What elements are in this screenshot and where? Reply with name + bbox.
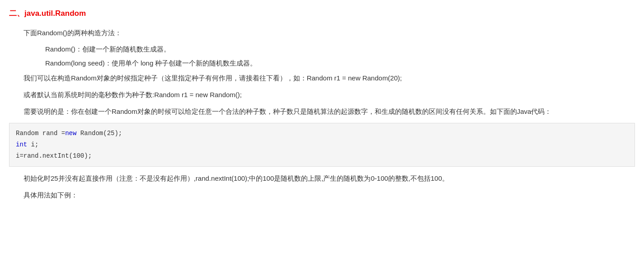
para4: 初始化时25并没有起直接作用（注意：不是没有起作用）,rand.nextInt(… [24, 172, 635, 184]
constructor1: Random()：创建一个新的随机数生成器。 [45, 43, 635, 55]
para1: 我们可以在构造Random对象的时候指定种子（这里指定种子有何作用，请接着往下看… [24, 72, 635, 84]
constructor2-label: Random(long seed)：使用单个 long 种子创建一个新的随机数生… [45, 59, 257, 67]
code-line1: Random rand =new Random(25); [16, 128, 628, 139]
code-line1-keyword: new [65, 130, 76, 137]
constructor1-label: Random()：创建一个新的随机数生成器。 [45, 45, 170, 53]
para2: 或者默认当前系统时间的毫秒数作为种子数:Random r1 = new Rand… [24, 89, 635, 101]
code-line2-rest: i; [27, 141, 38, 148]
constructor2: Random(long seed)：使用单个 long 种子创建一个新的随机数生… [45, 57, 635, 69]
code-line3-text: i=rand.nextInt(100); [16, 152, 92, 159]
code-block: Random rand =new Random(25); int i; i=ra… [9, 123, 635, 167]
code-line2-keyword: int [16, 141, 27, 148]
code-line3: i=rand.nextInt(100); [16, 150, 628, 162]
code-line1-rest: Random(25); [76, 130, 122, 137]
code-line1-normal: Random rand = [16, 130, 65, 137]
section-container: 二、java.util.Random 下面Random()的两种构造方法： Ra… [9, 7, 635, 201]
intro-para: 下面Random()的两种构造方法： [24, 27, 635, 39]
code-line2: int i; [16, 139, 628, 150]
section-title: 二、java.util.Random [9, 7, 635, 20]
para3: 需要说明的是：你在创建一个Random对象的时候可以给定任意一个合法的种子数，种… [24, 105, 635, 117]
para5: 具体用法如下例： [24, 189, 635, 201]
